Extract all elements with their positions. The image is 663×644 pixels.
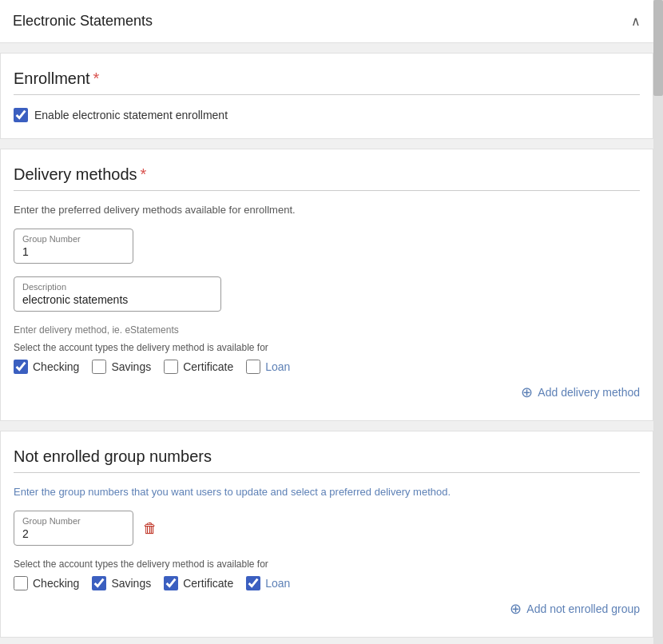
checking-item: Checking — [14, 360, 79, 374]
add-delivery-icon: ⊕ — [521, 384, 533, 401]
ne-certificate-checkbox[interactable] — [164, 576, 178, 590]
not-enrolled-account-types-label: Select the account types the delivery me… — [14, 559, 640, 570]
add-not-enrolled-row: ⊕ Add not enrolled group — [14, 590, 640, 621]
delivery-methods-card: Delivery methods* Enter the preferred de… — [0, 149, 653, 421]
main-content: Electronic Statements ∧ Enrollment* Enab… — [0, 0, 653, 638]
ne-checking-label: Checking — [33, 577, 79, 590]
checking-label: Checking — [33, 360, 79, 373]
add-delivery-label: Add delivery method — [538, 386, 640, 399]
not-enrolled-group-row: Group Number 🗑 — [14, 511, 640, 546]
enrollment-label: Enable electronic statement enrollment — [34, 109, 228, 121]
savings-checkbox[interactable] — [92, 360, 106, 374]
enrollment-checkbox[interactable] — [14, 108, 28, 122]
loan-checkbox[interactable] — [246, 360, 260, 374]
not-enrolled-group-number-input[interactable] — [22, 527, 125, 540]
group-number-wrapper: Group Number — [14, 229, 133, 264]
ne-certificate-label: Certificate — [183, 577, 233, 590]
delete-group-icon[interactable]: 🗑 — [143, 520, 157, 537]
add-not-enrolled-link[interactable]: ⊕ Add not enrolled group — [510, 600, 640, 618]
ne-savings-label: Savings — [111, 577, 151, 590]
scrollbar[interactable] — [653, 0, 663, 644]
ne-loan-checkbox[interactable] — [246, 576, 260, 590]
group-number-label: Group Number — [22, 234, 125, 244]
group-number-input[interactable] — [22, 245, 125, 258]
enrollment-row: Enable electronic statement enrollment — [14, 108, 640, 122]
checking-checkbox[interactable] — [14, 360, 28, 374]
page-container: Electronic Statements ∧ Enrollment* Enab… — [0, 0, 663, 644]
ne-savings-item: Savings — [92, 576, 151, 590]
add-delivery-link[interactable]: ⊕ Add delivery method — [521, 384, 640, 401]
delivery-helper-text: Enter delivery method, ie. eStatements — [14, 324, 640, 336]
page-title: Electronic Statements — [13, 13, 153, 30]
section-header: Electronic Statements ∧ — [0, 0, 653, 43]
collapse-icon[interactable]: ∧ — [631, 14, 641, 29]
add-delivery-row: ⊕ Add delivery method — [14, 374, 640, 404]
certificate-item: Certificate — [164, 360, 233, 374]
certificate-checkbox[interactable] — [164, 360, 178, 374]
savings-label: Savings — [111, 360, 151, 373]
scrollbar-thumb[interactable] — [653, 0, 663, 96]
group-numbers-link[interactable]: group numbers — [58, 486, 128, 498]
not-enrolled-group-number-label: Group Number — [22, 516, 125, 526]
description-field: Description — [14, 276, 640, 312]
ne-savings-checkbox[interactable] — [92, 576, 106, 590]
savings-item: Savings — [92, 360, 151, 374]
add-not-enrolled-icon: ⊕ — [510, 600, 522, 618]
delivery-methods-title: Delivery methods* — [14, 165, 640, 191]
not-enrolled-account-types-row: Checking Savings Certificate Loan — [14, 576, 640, 590]
not-enrolled-card: Not enrolled group numbers Enter the gro… — [0, 431, 653, 638]
enrollment-title: Enrollment* — [14, 70, 640, 95]
loan-label: Loan — [265, 360, 290, 373]
ne-checking-item: Checking — [14, 576, 79, 590]
add-not-enrolled-label: Add not enrolled group — [526, 602, 640, 615]
ne-certificate-item: Certificate — [164, 576, 233, 590]
not-enrolled-subtitle: Enter the group numbers that you want us… — [14, 486, 640, 498]
description-label: Description — [22, 282, 212, 292]
ne-loan-item: Loan — [246, 576, 290, 590]
enrollment-card: Enrollment* Enable electronic statement … — [0, 53, 653, 139]
certificate-label: Certificate — [183, 360, 233, 373]
description-input[interactable] — [22, 293, 212, 306]
group-number-field: Group Number — [14, 229, 640, 264]
loan-item: Loan — [246, 360, 290, 374]
description-wrapper: Description — [14, 276, 221, 312]
ne-loan-label: Loan — [265, 577, 290, 590]
delivery-account-types-row: Checking Savings Certificate Loan — [14, 360, 640, 374]
not-enrolled-title: Not enrolled group numbers — [14, 447, 640, 473]
ne-checking-checkbox[interactable] — [14, 576, 28, 590]
account-types-label: Select the account types the delivery me… — [14, 342, 640, 353]
not-enrolled-group-number-wrapper: Group Number — [14, 511, 133, 546]
delivery-methods-subtitle: Enter the preferred delivery methods ava… — [14, 204, 640, 216]
